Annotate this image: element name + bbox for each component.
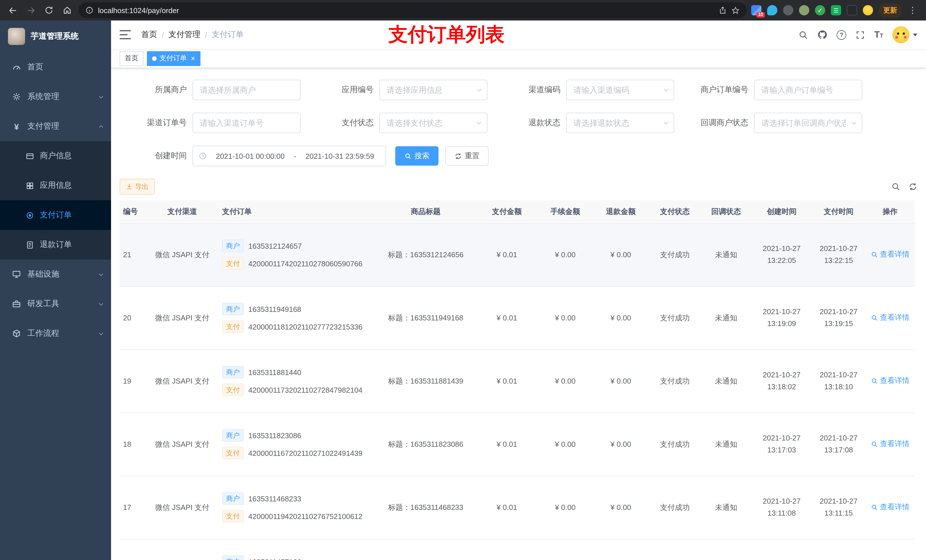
sidebar-item-app-info[interactable]: 应用信息 <box>0 171 111 200</box>
sidebar-item-refund-order[interactable]: 退款订单 <box>0 230 111 260</box>
filter-label-pay-status: 支付状态 <box>306 118 374 128</box>
refund-status-select <box>566 113 674 133</box>
sidebar-item-merchant-info[interactable]: 商户信息 <box>0 141 111 171</box>
refresh-icon[interactable] <box>908 182 917 191</box>
pay-order-no: 4200001174202110278060590766 <box>248 259 363 268</box>
cell-order-id <box>120 539 142 560</box>
pay-date: 2021-10-27 <box>811 306 865 318</box>
cell-fee-amount <box>538 539 592 560</box>
cell-pay-time: 2021-10-2713:22:15 <box>811 223 865 286</box>
view-detail-link[interactable]: 查看详情 <box>871 313 909 323</box>
view-detail-link[interactable]: 查看详情 <box>871 439 909 449</box>
pay-clock: 13:11:15 <box>811 507 865 519</box>
tab-label: 首页 <box>125 53 138 63</box>
channel-code-select <box>566 80 674 100</box>
share-icon[interactable] <box>719 6 727 14</box>
table-row: 20微信 JSAPI 支付商户1635311949168支付4200001181… <box>120 286 915 349</box>
sidebar-item-payment[interactable]: ¥ 支付管理 <box>0 112 111 141</box>
sidebar-item-workflow[interactable]: 工作流程 <box>0 319 111 348</box>
font-size-icon[interactable]: TT <box>874 31 883 39</box>
address-bar[interactable]: localhost:1024/pay/order <box>79 2 747 18</box>
sidebar-item-infrastructure[interactable]: 基础设施 <box>0 260 111 289</box>
cell-pay-order: 商户1635311949168支付42000011812021102777232… <box>222 286 376 349</box>
export-button[interactable]: 导出 <box>120 179 155 195</box>
export-button-label: 导出 <box>135 182 149 192</box>
pay-tag: 支付 <box>222 510 244 522</box>
breadcrumb-payment[interactable]: 支付管理 <box>169 30 200 40</box>
filter-label-callback-status: 回调商户状态 <box>680 118 748 128</box>
pay-order-line: 支付4200001174202110278060590766 <box>222 257 376 270</box>
browser-update-button[interactable]: 更新 <box>879 3 902 17</box>
help-icon[interactable]: ? <box>837 30 846 39</box>
sidebar-item-dev-tools[interactable]: 研发工具 <box>0 289 111 319</box>
user-avatar-menu[interactable] <box>893 26 917 43</box>
cell-actions: 查看详情 <box>865 286 915 349</box>
cell-actions: 查看详情 <box>865 476 915 539</box>
toggle-search-icon[interactable] <box>891 182 900 191</box>
extension-icon-8[interactable] <box>863 5 873 15</box>
sidebar-item-label: 支付订单 <box>40 210 72 220</box>
view-detail-label: 查看详情 <box>880 249 909 260</box>
cell-refund-amount: ¥ 0.00 <box>592 349 649 413</box>
app-select-input[interactable] <box>379 80 487 100</box>
chevron-up-icon <box>98 123 104 130</box>
site-info-icon[interactable] <box>85 6 94 14</box>
cell-fee-amount: ¥ 0.00 <box>538 476 592 539</box>
extension-icon-7[interactable] <box>847 5 857 15</box>
cell-pay-channel: 微信 JSAPI 支付 <box>142 223 222 286</box>
github-icon[interactable] <box>817 30 828 40</box>
bookmark-star-icon[interactable] <box>731 6 740 15</box>
browser-menu-icon[interactable]: ⋮ <box>907 5 918 15</box>
payment-submenu: 商户信息 应用信息 支付订单 <box>0 141 111 260</box>
close-icon[interactable]: × <box>191 54 195 62</box>
search-button[interactable]: 搜索 <box>395 146 439 166</box>
create-clock: 13:11:08 <box>752 507 811 519</box>
merchant-select-input[interactable] <box>192 80 301 100</box>
browser-home-icon[interactable] <box>61 3 74 17</box>
channel-order-no-input[interactable] <box>192 113 301 133</box>
extension-icon-4[interactable] <box>799 5 809 15</box>
extension-icon-6[interactable]: ☰ <box>831 5 841 15</box>
merchant-order-line: 商户1635311823086 <box>222 429 376 442</box>
extension-icon-2[interactable] <box>767 5 777 15</box>
pay-status-input[interactable] <box>379 113 487 133</box>
cell-pay-status: 支付成功 <box>649 476 701 539</box>
cell-order-id: 20 <box>120 286 142 349</box>
app-logo-row[interactable]: 芋道管理系统 <box>0 21 111 52</box>
view-detail-link[interactable]: 查看详情 <box>871 502 909 512</box>
breadcrumb-home[interactable]: 首页 <box>141 30 157 40</box>
cell-refund-amount <box>592 539 649 560</box>
merchant-order-no-input[interactable] <box>754 80 862 100</box>
search-icon[interactable] <box>799 30 808 39</box>
view-detail-link[interactable]: 查看详情 <box>871 249 909 260</box>
callback-status-input[interactable] <box>754 113 862 133</box>
cell-create-time: 2021-10-2713:22:05 <box>752 223 811 286</box>
sidebar-item-home[interactable]: 首页 <box>0 52 111 82</box>
create-time-range-picker[interactable]: 2021-10-01 00:00:00 - 2021-10-31 23:59:5… <box>192 146 386 166</box>
sidebar-item-label: 研发工具 <box>27 299 92 309</box>
create-clock: 13:22:05 <box>752 255 811 267</box>
pay-clock: 13:19:15 <box>811 318 865 330</box>
fullscreen-icon[interactable] <box>855 30 865 39</box>
sidebar-item-system[interactable]: 系统管理 <box>0 82 111 112</box>
browser-reload-icon[interactable] <box>42 3 56 17</box>
extension-icon-1[interactable]: 10 <box>751 5 761 15</box>
browser-forward-icon[interactable] <box>24 3 38 17</box>
column-header: 支付订单 <box>222 200 376 223</box>
merchant-order-line: 商户1635311881440 <box>222 366 376 379</box>
extension-icon-5[interactable]: ✓ <box>815 5 825 15</box>
reset-button[interactable]: 重置 <box>445 146 489 166</box>
tab-home[interactable]: 首页 <box>120 51 144 66</box>
chevron-down-icon <box>98 94 104 100</box>
date-start-value: 2021-10-01 00:00:00 <box>210 152 291 160</box>
tab-pay-order[interactable]: 支付订单 × <box>147 51 200 66</box>
extension-icon-3[interactable] <box>783 5 793 15</box>
column-header: 支付渠道 <box>142 200 222 223</box>
refund-status-input[interactable] <box>566 113 674 133</box>
cell-product-title: 标题：1635311468233 <box>376 476 475 539</box>
view-detail-link[interactable]: 查看详情 <box>871 376 909 386</box>
sidebar-item-pay-order[interactable]: 支付订单 <box>0 200 111 230</box>
hamburger-icon[interactable] <box>120 30 131 39</box>
browser-back-icon[interactable] <box>6 3 20 17</box>
channel-code-input[interactable] <box>566 80 674 100</box>
